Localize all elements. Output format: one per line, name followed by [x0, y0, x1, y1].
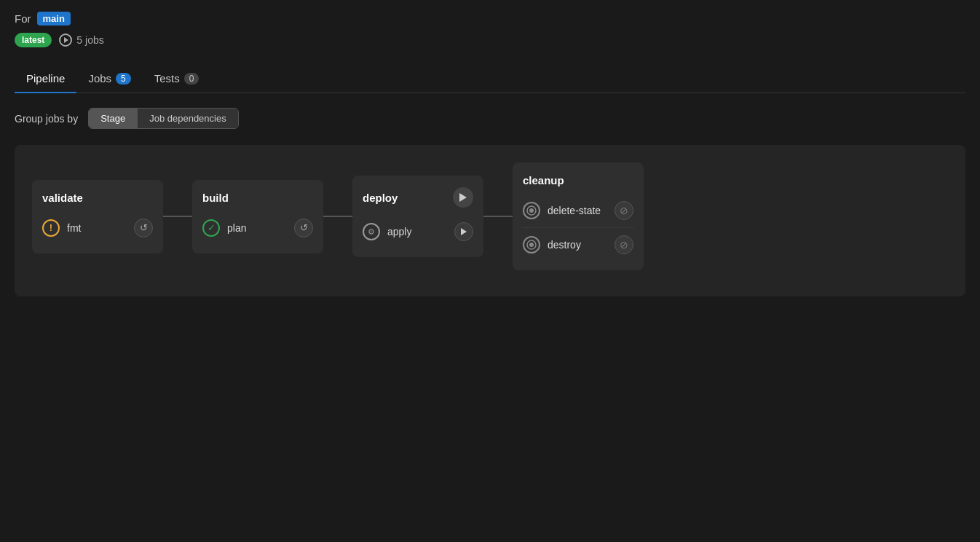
job-delete-state: delete-state ⊘ — [523, 197, 633, 224]
stage-validate: validate ! fmt ↺ — [32, 180, 163, 254]
deploy-play-btn[interactable] — [453, 187, 473, 208]
branch-badge[interactable]: main — [37, 12, 71, 25]
tab-tests-label: Tests — [154, 72, 180, 85]
plan-job-name[interactable]: plan — [227, 222, 246, 234]
plan-retry-btn[interactable]: ↺ — [294, 219, 313, 237]
deploy-play-icon — [459, 193, 467, 202]
tab-jobs-label: Jobs — [88, 72, 111, 85]
connector-2 — [323, 216, 352, 217]
fmt-status-icon: ! — [42, 219, 60, 237]
pipeline-stages: validate ! fmt ↺ build ✓ plan ↺ — [32, 162, 948, 270]
delete-state-job-name[interactable]: delete-state — [548, 205, 601, 216]
stage-deploy-title: deploy — [363, 192, 398, 204]
stage-validate-title: validate — [42, 192, 83, 204]
connector-3 — [483, 216, 513, 217]
tab-jobs-badge: 5 — [116, 73, 131, 85]
group-by-stage-btn[interactable]: Stage — [89, 109, 138, 128]
group-by-buttons: Stage Job dependencies — [88, 108, 239, 129]
apply-status-icon: ⚙ — [363, 223, 380, 240]
plan-status-icon: ✓ — [202, 219, 220, 237]
job-plan-left: ✓ plan — [202, 219, 246, 237]
destroy-skip-btn[interactable]: ⊘ — [615, 235, 633, 254]
jobs-count-text: 5 jobs — [76, 34, 103, 46]
job-fmt: ! fmt ↺ — [42, 214, 153, 242]
stage-cleanup-header: cleanup — [523, 174, 633, 186]
delete-state-skip-btn[interactable]: ⊘ — [615, 201, 633, 220]
svg-point-5 — [529, 243, 534, 247]
group-by-dependencies-btn[interactable]: Job dependencies — [138, 109, 238, 128]
cleanup-divider — [523, 227, 633, 228]
for-header: For main — [15, 12, 965, 25]
apply-job-name[interactable]: apply — [387, 226, 411, 237]
sub-header: latest 5 jobs — [15, 33, 965, 47]
tab-pipeline[interactable]: Pipeline — [15, 65, 76, 93]
job-fmt-left: ! fmt — [42, 219, 81, 237]
manual-icon-2 — [526, 240, 537, 250]
tab-pipeline-label: Pipeline — [26, 72, 65, 85]
fmt-job-name[interactable]: fmt — [67, 222, 81, 234]
fmt-retry-btn[interactable]: ↺ — [134, 219, 153, 237]
apply-play-icon — [461, 228, 467, 235]
go-icon — [59, 34, 72, 47]
tabs-bar: Pipeline Jobs 5 Tests 0 — [15, 65, 965, 93]
tab-tests[interactable]: Tests 0 — [143, 65, 211, 93]
stage-build: build ✓ plan ↺ — [192, 180, 323, 254]
svg-point-3 — [529, 208, 534, 213]
group-by-label: Group jobs by — [15, 113, 78, 125]
destroy-status-icon — [523, 236, 540, 254]
stage-validate-header: validate — [42, 192, 153, 204]
job-delete-state-left: delete-state — [523, 202, 601, 219]
destroy-job-name[interactable]: destroy — [548, 239, 581, 251]
delete-state-status-icon — [523, 202, 540, 219]
pipeline-canvas: validate ! fmt ↺ build ✓ plan ↺ — [15, 145, 965, 296]
tab-tests-badge: 0 — [184, 73, 199, 85]
job-destroy-left: destroy — [523, 236, 581, 254]
group-by-row: Group jobs by Stage Job dependencies — [15, 108, 965, 129]
stage-deploy: deploy ⚙ apply — [352, 176, 483, 257]
for-label: For — [15, 12, 31, 25]
job-apply: ⚙ apply — [363, 218, 473, 246]
apply-play-btn[interactable] — [454, 222, 473, 241]
stage-deploy-header: deploy — [363, 187, 473, 208]
job-plan: ✓ plan ↺ — [202, 214, 313, 242]
stage-cleanup: cleanup delete-state ⊘ — [513, 162, 644, 270]
svg-marker-1 — [461, 228, 467, 235]
job-destroy: destroy ⊘ — [523, 231, 633, 259]
tab-jobs[interactable]: Jobs 5 — [76, 65, 142, 93]
jobs-info: 5 jobs — [59, 34, 103, 47]
job-apply-left: ⚙ apply — [363, 223, 411, 240]
stage-cleanup-title: cleanup — [523, 174, 564, 186]
connector-1 — [163, 216, 192, 217]
stage-build-title: build — [202, 192, 229, 204]
svg-marker-0 — [459, 193, 467, 202]
manual-icon — [526, 205, 537, 216]
latest-badge[interactable]: latest — [15, 33, 52, 47]
stage-build-header: build — [202, 192, 313, 204]
